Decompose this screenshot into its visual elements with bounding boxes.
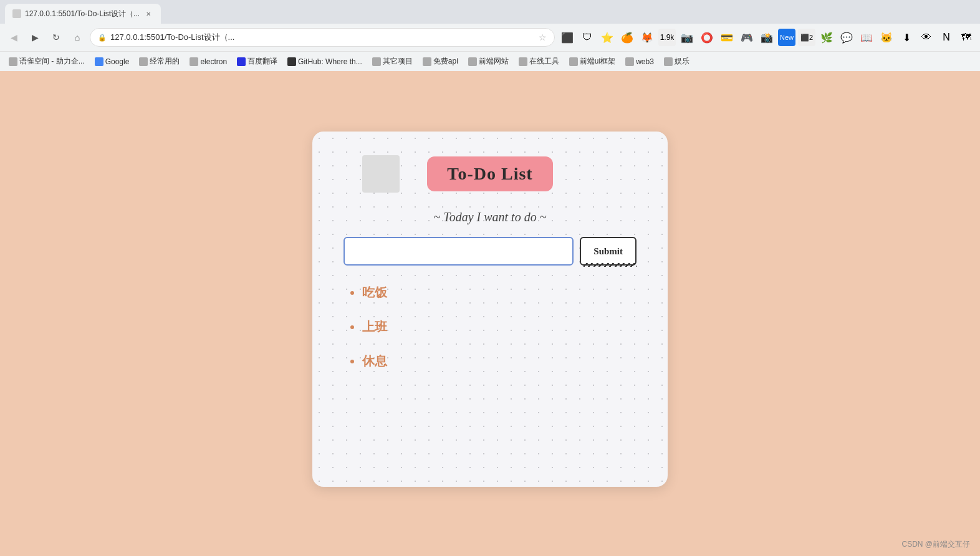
bookmark-electron[interactable]: electron — [186, 56, 231, 67]
shield-icon[interactable]: 🛡 — [579, 29, 596, 46]
bookmark-favicon-github — [287, 57, 296, 66]
bookmark-favicon-other — [372, 57, 381, 66]
menu-icon-2[interactable]: 🦊 — [638, 29, 656, 46]
bookmark-favicon-ui — [569, 57, 578, 66]
bookmark-label-api: 免费api — [433, 56, 458, 67]
bookmark-favicon-api — [423, 57, 431, 66]
bookmark-star-icon[interactable]: ☆ — [539, 32, 547, 42]
wallet-icon[interactable]: 💳 — [718, 29, 736, 46]
bookmark-label-tools: 在线工具 — [529, 56, 559, 67]
browser-toolbar: ◀ ▶ ↻ ⌂ 🔒 127.0.0.1:5501/To-Do-List设计（..… — [0, 24, 980, 51]
icon-e[interactable]: ⬇ — [898, 29, 915, 46]
bookmark-favicon-web3 — [625, 57, 634, 66]
bookmark-label-entertainment: 娱乐 — [675, 56, 689, 67]
list-item: 吃饭 — [362, 284, 637, 301]
bookmark-baidu[interactable]: 百度翻译 — [233, 55, 281, 68]
bookmark-yuque[interactable]: 语雀空间 - 助力企... — [5, 55, 89, 68]
game-icon[interactable]: 🎮 — [738, 29, 756, 46]
forward-button[interactable]: ▶ — [26, 29, 44, 46]
bookmark-web3[interactable]: web3 — [622, 56, 658, 67]
card-title-badge: To-Do List — [427, 156, 552, 191]
lock-icon: 🔒 — [98, 34, 107, 42]
back-button[interactable]: ◀ — [5, 29, 22, 46]
bookmark-favicon-yuque — [9, 57, 17, 66]
new-badge[interactable]: New — [778, 29, 795, 46]
icon-b[interactable]: 💬 — [838, 29, 855, 46]
refresh-button[interactable]: ↻ — [47, 29, 65, 46]
bookmark-favicon-google — [95, 57, 103, 66]
bookmark-favicon-tools — [519, 57, 527, 66]
menu-icon-1[interactable]: 🍊 — [618, 29, 636, 46]
bookmark-favicon-frontend — [468, 57, 477, 66]
counter-badge[interactable]: 1.9k — [658, 29, 676, 46]
active-tab[interactable]: 127.0.0.1:5501/To-Do-List设计（... ✕ — [5, 4, 161, 24]
bookmark-api[interactable]: 免费api — [419, 55, 462, 68]
bookmarks-bar: 语雀空间 - 助力企... Google 经常用的 electron 百度翻译 … — [0, 51, 980, 71]
bookmark-common[interactable]: 经常用的 — [135, 55, 183, 68]
counter-2[interactable]: ⬛2 — [798, 29, 815, 46]
bookmark-label-google: Google — [105, 57, 130, 66]
bookmark-frontend[interactable]: 前端网站 — [464, 55, 512, 68]
app-title: To-Do List — [447, 164, 532, 183]
icon-c[interactable]: 📖 — [858, 29, 875, 46]
subtitle: ~ Today I want to do ~ — [343, 210, 637, 224]
bookmark-tools[interactable]: 在线工具 — [515, 55, 563, 68]
bookmark-other[interactable]: 其它项目 — [368, 55, 416, 68]
bookmark-entertainment[interactable]: 娱乐 — [660, 55, 693, 68]
bookmark-label-ui: 前端ui框架 — [580, 56, 615, 67]
task-input[interactable] — [343, 237, 574, 266]
address-text: 127.0.0.1:5501/To-Do-List设计（... — [110, 32, 535, 43]
browser-chrome: 127.0.0.1:5501/To-Do-List设计（... ✕ ◀ ▶ ↻ … — [0, 0, 980, 62]
list-item: 上班 — [362, 319, 637, 335]
bookmark-label-github: GitHub: Where th... — [298, 57, 362, 66]
icon-g[interactable]: N — [938, 29, 955, 46]
todo-card: To-Do List ~ Today I want to do ~ Submit… — [312, 132, 668, 487]
bookmark-favicon-common — [139, 57, 148, 66]
bookmark-ui[interactable]: 前端ui框架 — [565, 55, 619, 68]
address-bar[interactable]: 🔒 127.0.0.1:5501/To-Do-List设计（... ☆ — [90, 28, 555, 47]
photos-icon[interactable]: 📷 — [678, 29, 696, 46]
card-header: To-Do List — [343, 156, 637, 191]
icon-h[interactable]: 🗺 — [958, 29, 975, 46]
home-button[interactable]: ⌂ — [69, 29, 86, 46]
icon-f[interactable]: 👁 — [918, 29, 935, 46]
page-content: To-Do List ~ Today I want to do ~ Submit… — [0, 62, 980, 556]
bookmark-label-web3: web3 — [636, 57, 654, 66]
bookmark-label-frontend: 前端网站 — [479, 56, 509, 67]
footer-credit: CSDN @前端交互仔 — [901, 539, 970, 550]
bookmark-label-electron: electron — [200, 57, 227, 66]
pin-icon[interactable]: ⭐ — [598, 29, 616, 46]
bookmark-favicon-entertainment — [664, 57, 673, 66]
tab-favicon — [12, 9, 21, 18]
task-text-2: 上班 — [362, 320, 387, 333]
todo-list: 吃饭 上班 休息 — [343, 284, 637, 370]
bookmark-github[interactable]: GitHub: Where th... — [284, 56, 366, 67]
tab-close-button[interactable]: ✕ — [143, 9, 153, 19]
task-text-1: 吃饭 — [362, 285, 387, 299]
bookmark-label-other: 其它项目 — [383, 56, 413, 67]
bookmark-google[interactable]: Google — [91, 56, 133, 67]
icon-d[interactable]: 🐱 — [878, 29, 895, 46]
circle-icon[interactable]: ⭕ — [698, 29, 716, 46]
tab-bar: 127.0.0.1:5501/To-Do-List设计（... ✕ — [0, 0, 980, 24]
bookmark-favicon-baidu — [237, 57, 246, 66]
extensions-icon[interactable]: ⬛ — [559, 29, 576, 46]
tab-title: 127.0.0.1:5501/To-Do-List设计（... — [25, 9, 140, 19]
list-item: 休息 — [362, 353, 637, 370]
bookmark-label-common: 经常用的 — [150, 56, 180, 67]
card-decoration — [362, 155, 400, 193]
bookmark-label-baidu: 百度翻译 — [247, 56, 277, 67]
camera-icon[interactable]: 📸 — [758, 29, 776, 46]
toolbar-icons: ⬛ 🛡 ⭐ 🍊 🦊 1.9k 📷 ⭕ 💳 🎮 📸 New ⬛2 🌿 💬 📖 🐱 … — [559, 29, 975, 46]
icon-a[interactable]: 🌿 — [818, 29, 835, 46]
input-row: Submit — [343, 237, 637, 266]
bookmark-favicon-electron — [190, 57, 198, 66]
bookmark-label-yuque: 语雀空间 - 助力企... — [19, 56, 85, 67]
submit-button[interactable]: Submit — [580, 237, 637, 266]
task-text-3: 休息 — [362, 354, 387, 368]
